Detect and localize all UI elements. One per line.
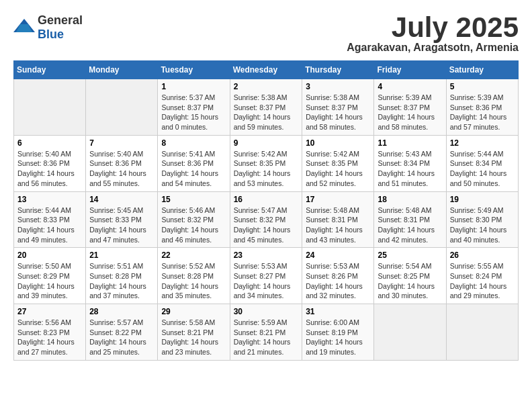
day-info: Sunrise: 5:48 AMSunset: 8:31 PMDaylight:… [306, 205, 370, 245]
day-info: Sunrise: 5:59 AMSunset: 8:21 PMDaylight:… [234, 318, 299, 357]
weekday-header-tuesday: Tuesday [158, 61, 230, 79]
day-number: 29 [161, 307, 226, 316]
day-number: 26 [450, 250, 515, 260]
calendar-cell: 4Sunrise: 5:39 AMSunset: 8:37 PMDaylight… [374, 79, 446, 136]
calendar-cell: 10Sunrise: 5:42 AMSunset: 8:35 PMDayligh… [302, 135, 374, 191]
day-info: Sunrise: 5:38 AMSunset: 8:37 PMDaylight:… [234, 93, 299, 132]
calendar-cell: 11Sunrise: 5:43 AMSunset: 8:34 PMDayligh… [374, 135, 446, 191]
calendar-cell: 14Sunrise: 5:45 AMSunset: 8:33 PMDayligh… [86, 191, 158, 248]
day-number: 9 [234, 138, 299, 148]
day-number: 2 [234, 82, 299, 91]
calendar-week-4: 20Sunrise: 5:50 AMSunset: 8:29 PMDayligh… [14, 248, 519, 304]
calendar-cell: 31Sunrise: 6:00 AMSunset: 8:19 PMDayligh… [302, 304, 374, 361]
calendar-cell: 27Sunrise: 5:56 AMSunset: 8:23 PMDayligh… [14, 304, 86, 361]
day-number: 15 [161, 195, 226, 204]
day-number: 14 [89, 195, 154, 204]
day-info: Sunrise: 6:00 AMSunset: 8:19 PMDaylight:… [306, 318, 370, 357]
day-info: Sunrise: 5:57 AMSunset: 8:22 PMDaylight:… [89, 318, 154, 357]
day-number: 5 [450, 82, 515, 91]
calendar-cell: 5Sunrise: 5:39 AMSunset: 8:36 PMDaylight… [446, 79, 518, 136]
day-number: 18 [378, 195, 442, 204]
day-info: Sunrise: 5:41 AMSunset: 8:36 PMDaylight:… [161, 149, 226, 189]
day-number: 13 [17, 195, 82, 204]
day-number: 7 [89, 138, 154, 148]
calendar-cell [446, 304, 518, 361]
day-info: Sunrise: 5:46 AMSunset: 8:32 PMDaylight:… [161, 205, 226, 245]
calendar-cell [14, 79, 86, 136]
day-info: Sunrise: 5:40 AMSunset: 8:36 PMDaylight:… [89, 149, 154, 189]
day-info: Sunrise: 5:51 AMSunset: 8:28 PMDaylight:… [89, 261, 154, 301]
day-info: Sunrise: 5:45 AMSunset: 8:33 PMDaylight:… [89, 205, 154, 245]
calendar-cell: 15Sunrise: 5:46 AMSunset: 8:32 PMDayligh… [158, 191, 230, 248]
calendar-week-2: 6Sunrise: 5:40 AMSunset: 8:36 PMDaylight… [14, 135, 519, 191]
calendar-cell [86, 79, 158, 136]
calendar-cell: 12Sunrise: 5:44 AMSunset: 8:34 PMDayligh… [446, 135, 518, 191]
day-info: Sunrise: 5:53 AMSunset: 8:27 PMDaylight:… [234, 261, 299, 301]
calendar-cell: 2Sunrise: 5:38 AMSunset: 8:37 PMDaylight… [230, 79, 302, 136]
calendar-table: SundayMondayTuesdayWednesdayThursdayFrid… [13, 60, 519, 361]
weekday-header-thursday: Thursday [302, 61, 374, 79]
calendar-cell: 21Sunrise: 5:51 AMSunset: 8:28 PMDayligh… [86, 248, 158, 304]
day-info: Sunrise: 5:56 AMSunset: 8:23 PMDaylight:… [17, 318, 82, 357]
calendar-cell: 13Sunrise: 5:44 AMSunset: 8:33 PMDayligh… [14, 191, 86, 248]
day-number: 3 [306, 82, 370, 91]
day-info: Sunrise: 5:55 AMSunset: 8:24 PMDaylight:… [450, 261, 515, 301]
location-title: Agarakavan, Aragatsotn, Armenia [347, 42, 519, 54]
day-number: 12 [450, 138, 515, 148]
calendar-cell: 1Sunrise: 5:37 AMSunset: 8:37 PMDaylight… [158, 79, 230, 136]
calendar-cell: 3Sunrise: 5:38 AMSunset: 8:37 PMDaylight… [302, 79, 374, 136]
calendar-cell [374, 304, 446, 361]
logo-icon [13, 19, 35, 36]
day-info: Sunrise: 5:39 AMSunset: 8:37 PMDaylight:… [378, 93, 442, 132]
calendar-week-3: 13Sunrise: 5:44 AMSunset: 8:33 PMDayligh… [14, 191, 519, 248]
day-info: Sunrise: 5:40 AMSunset: 8:36 PMDaylight:… [17, 149, 82, 189]
day-number: 19 [450, 195, 515, 204]
calendar-cell: 19Sunrise: 5:49 AMSunset: 8:30 PMDayligh… [446, 191, 518, 248]
header: General Blue July 2025 Agarakavan, Araga… [13, 13, 519, 54]
day-info: Sunrise: 5:43 AMSunset: 8:34 PMDaylight:… [378, 149, 442, 189]
title-area: July 2025 Agarakavan, Aragatsotn, Armeni… [347, 13, 519, 54]
calendar-cell: 7Sunrise: 5:40 AMSunset: 8:36 PMDaylight… [86, 135, 158, 191]
calendar-cell: 17Sunrise: 5:48 AMSunset: 8:31 PMDayligh… [302, 191, 374, 248]
day-number: 23 [234, 250, 299, 260]
day-info: Sunrise: 5:37 AMSunset: 8:37 PMDaylight:… [161, 93, 226, 132]
calendar-cell: 22Sunrise: 5:52 AMSunset: 8:28 PMDayligh… [158, 248, 230, 304]
logo-blue: Blue [38, 28, 64, 41]
calendar-cell: 28Sunrise: 5:57 AMSunset: 8:22 PMDayligh… [86, 304, 158, 361]
month-title: July 2025 [347, 13, 519, 42]
calendar-cell: 20Sunrise: 5:50 AMSunset: 8:29 PMDayligh… [14, 248, 86, 304]
weekday-header-monday: Monday [86, 61, 158, 79]
day-info: Sunrise: 5:42 AMSunset: 8:35 PMDaylight:… [234, 149, 299, 189]
day-number: 4 [378, 82, 442, 91]
svg-marker-1 [16, 24, 32, 32]
day-number: 22 [161, 250, 226, 260]
weekday-header-friday: Friday [374, 61, 446, 79]
weekday-header-saturday: Saturday [446, 61, 518, 79]
calendar-cell: 29Sunrise: 5:58 AMSunset: 8:21 PMDayligh… [158, 304, 230, 361]
day-number: 20 [17, 250, 82, 260]
day-number: 24 [306, 250, 370, 260]
logo-general: General [38, 13, 83, 27]
calendar-cell: 6Sunrise: 5:40 AMSunset: 8:36 PMDaylight… [14, 135, 86, 191]
calendar-cell: 24Sunrise: 5:53 AMSunset: 8:26 PMDayligh… [302, 248, 374, 304]
day-info: Sunrise: 5:38 AMSunset: 8:37 PMDaylight:… [306, 93, 370, 132]
day-info: Sunrise: 5:52 AMSunset: 8:28 PMDaylight:… [161, 261, 226, 301]
calendar-cell: 30Sunrise: 5:59 AMSunset: 8:21 PMDayligh… [230, 304, 302, 361]
calendar-cell: 8Sunrise: 5:41 AMSunset: 8:36 PMDaylight… [158, 135, 230, 191]
day-number: 11 [378, 138, 442, 148]
day-info: Sunrise: 5:44 AMSunset: 8:33 PMDaylight:… [17, 205, 82, 245]
day-info: Sunrise: 5:42 AMSunset: 8:35 PMDaylight:… [306, 149, 370, 189]
day-number: 27 [17, 307, 82, 316]
day-info: Sunrise: 5:39 AMSunset: 8:36 PMDaylight:… [450, 93, 515, 132]
calendar-cell: 26Sunrise: 5:55 AMSunset: 8:24 PMDayligh… [446, 248, 518, 304]
logo-text: General Blue [38, 13, 83, 42]
day-info: Sunrise: 5:54 AMSunset: 8:25 PMDaylight:… [378, 261, 442, 301]
day-number: 31 [306, 307, 370, 316]
weekday-header-row: SundayMondayTuesdayWednesdayThursdayFrid… [14, 61, 519, 79]
day-info: Sunrise: 5:48 AMSunset: 8:31 PMDaylight:… [378, 205, 442, 245]
day-number: 16 [234, 195, 299, 204]
calendar-cell: 25Sunrise: 5:54 AMSunset: 8:25 PMDayligh… [374, 248, 446, 304]
day-number: 8 [161, 138, 226, 148]
day-number: 10 [306, 138, 370, 148]
logo: General Blue [13, 13, 83, 42]
